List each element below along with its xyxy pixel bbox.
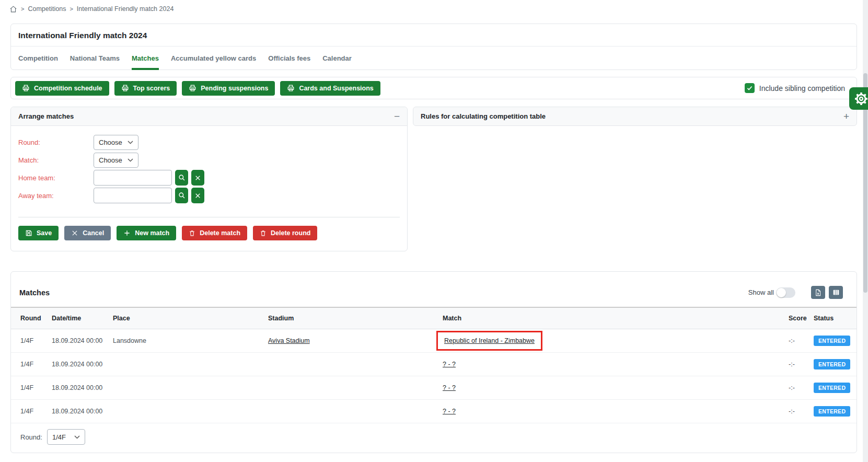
away-team-input[interactable] [94, 188, 172, 203]
button-label: Pending suspensions [201, 85, 268, 92]
chevron-down-icon [128, 158, 133, 162]
arrange-matches-panel: Arrange matches − Round: Choose Match: [10, 107, 408, 251]
expand-icon[interactable]: + [843, 113, 849, 120]
tab-competition[interactable]: Competition [18, 47, 58, 70]
divider [18, 217, 400, 217]
place-cell [113, 400, 268, 423]
breadcrumb-item-competitions[interactable]: Competitions [28, 5, 66, 13]
round-filter-select[interactable]: 1/4F [47, 429, 85, 445]
home-icon[interactable] [9, 5, 17, 13]
settings-button[interactable] [849, 87, 868, 110]
reports-toolbar: Competition schedule Top scorers Pending… [10, 77, 857, 99]
match-link[interactable]: ? - ? [443, 408, 456, 415]
match-highlight-box: Republic of Ireland - Zimbabwe [436, 331, 542, 351]
file-export-icon [814, 288, 822, 297]
table-columns-icon [832, 288, 840, 296]
competition-header-card: International Friendly match 2024 Compet… [10, 24, 857, 70]
datetime-cell: 18.09.2024 00:00 [52, 376, 113, 400]
home-team-search-button[interactable] [175, 170, 188, 186]
toggle-knob [777, 288, 786, 297]
button-label: New match [135, 229, 169, 237]
place-cell: Lansdowne [113, 329, 268, 353]
export-file-button[interactable] [811, 286, 825, 299]
match-link[interactable]: ? - ? [443, 384, 456, 391]
printer-icon [287, 84, 295, 92]
button-label: Cards and Suspensions [299, 85, 373, 92]
plus-icon [123, 229, 131, 237]
match-link[interactable]: Republic of Ireland - Zimbabwe [444, 337, 535, 344]
rules-panel: Rules for calculating competition table … [413, 107, 857, 126]
away-team-search-button[interactable] [175, 188, 188, 203]
status-badge: ENTERED [814, 406, 850, 417]
chevron-down-icon [74, 435, 80, 439]
close-icon [194, 192, 201, 199]
search-icon [178, 192, 186, 199]
gear-icon [854, 91, 868, 106]
new-match-button[interactable]: New match [117, 226, 176, 240]
delete-match-button[interactable]: Delete match [182, 226, 247, 240]
tab-officials-fees[interactable]: Officials fees [268, 47, 310, 70]
competition-schedule-button[interactable]: Competition schedule [15, 81, 109, 96]
home-team-clear-button[interactable] [191, 170, 204, 186]
select-value: Choose [99, 156, 122, 164]
tab-calendar[interactable]: Calendar [322, 47, 352, 70]
page-title: International Friendly match 2024 [11, 24, 857, 47]
close-icon [71, 229, 78, 237]
matches-table: Round Date/time Place Stadium Match Scor… [11, 307, 857, 423]
save-button[interactable]: Save [18, 226, 59, 240]
home-team-field-label: Home team: [18, 174, 94, 182]
matches-panel: Matches Show all [10, 271, 857, 453]
include-sibling-competition-checkbox[interactable] [745, 83, 755, 93]
cards-and-suspensions-button[interactable]: Cards and Suspensions [280, 81, 380, 96]
table-row: 1/4F 18.09.2024 00:00 ? - ? -:- ENTERED [11, 400, 857, 423]
column-stadium: Stadium [268, 307, 443, 329]
pending-suspensions-button[interactable]: Pending suspensions [182, 81, 275, 96]
round-filter-label: Round: [20, 433, 42, 441]
tab-accumulated-yellow-cards[interactable]: Accumulated yellow cards [171, 47, 256, 70]
delete-round-button[interactable]: Delete round [253, 226, 317, 240]
button-label: Save [37, 229, 52, 237]
tab-matches[interactable]: Matches [132, 47, 159, 70]
status-badge: ENTERED [814, 336, 850, 346]
rules-panel-title: Rules for calculating competition table [421, 112, 546, 120]
show-all-toggle[interactable] [776, 287, 795, 298]
round-select[interactable]: Choose [94, 135, 138, 150]
trash-icon [189, 229, 195, 237]
arrange-matches-header[interactable]: Arrange matches − [11, 107, 407, 126]
columns-button[interactable] [829, 286, 843, 299]
match-field-label: Match: [18, 156, 94, 164]
datetime-cell: 18.09.2024 00:00 [52, 329, 113, 353]
button-label: Competition schedule [34, 85, 102, 92]
column-match: Match [443, 307, 789, 329]
score-cell: -:- [789, 376, 814, 400]
collapse-icon[interactable]: − [394, 113, 400, 120]
breadcrumb: > Competitions > International Friendly … [0, 0, 868, 18]
home-team-input[interactable] [94, 170, 172, 186]
printer-icon [121, 84, 129, 92]
place-cell [113, 353, 268, 376]
rules-panel-header[interactable]: Rules for calculating competition table … [413, 107, 857, 125]
select-value: Choose [99, 138, 122, 146]
stadium-cell [268, 400, 443, 423]
stadium-cell [268, 376, 443, 400]
away-team-clear-button[interactable] [191, 188, 204, 203]
cancel-button[interactable]: Cancel [64, 226, 111, 240]
datetime-cell: 18.09.2024 00:00 [52, 353, 113, 376]
table-row: 1/4F 18.09.2024 00:00 ? - ? -:- ENTERED [11, 376, 857, 400]
button-label: Top scorers [133, 85, 170, 92]
score-cell: -:- [789, 329, 814, 353]
column-round: Round [11, 307, 52, 329]
match-select[interactable]: Choose [94, 153, 138, 168]
stadium-link[interactable]: Aviva Stadium [268, 337, 310, 344]
column-score: Score [789, 307, 814, 329]
round-cell: 1/4F [11, 376, 52, 400]
breadcrumb-item-current: International Friendly match 2024 [77, 5, 174, 13]
scrollbar-track[interactable] [863, 0, 868, 462]
column-datetime: Date/time [52, 307, 113, 329]
breadcrumb-separator: > [70, 6, 73, 12]
top-scorers-button[interactable]: Top scorers [114, 81, 177, 96]
tab-national-teams[interactable]: National Teams [70, 47, 120, 70]
score-cell: -:- [789, 353, 814, 376]
match-link[interactable]: ? - ? [443, 361, 456, 368]
column-place: Place [113, 307, 268, 329]
